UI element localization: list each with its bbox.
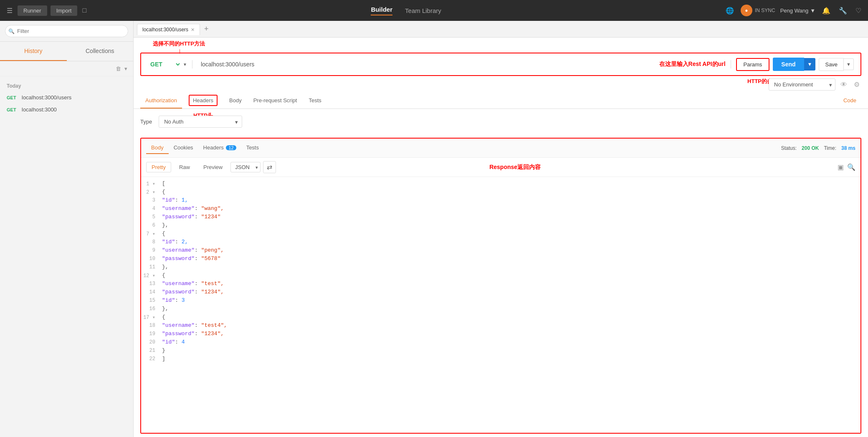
time-value: 38 ms	[841, 145, 855, 151]
method-badge-get: GET	[7, 107, 18, 112]
code-line: 16 },	[141, 306, 860, 314]
builder-nav-item[interactable]: Builder	[371, 6, 392, 15]
favorite-icon[interactable]: ♡	[854, 5, 863, 16]
tab-pre-request[interactable]: Pre-request Script	[248, 93, 302, 109]
import-button[interactable]: Import	[51, 5, 78, 16]
resp-tab-tests[interactable]: Tests	[241, 142, 264, 154]
response-area: Body Cookies Headers 12 Tests Status: 20…	[140, 138, 861, 434]
code-line: 7 ▾ {	[141, 230, 860, 239]
code-line: 8 "id": 2,	[141, 239, 860, 247]
method-badge-get: GET	[7, 95, 18, 100]
send-dropdown-button[interactable]: ▼	[804, 58, 816, 71]
code-line: 15 "id": 3	[141, 297, 860, 306]
format-raw-button[interactable]: Raw	[174, 162, 195, 172]
save-button-wrapper: Save ▼	[819, 58, 854, 71]
code-line: 21 }	[141, 347, 860, 356]
tab-headers[interactable]: Headers HTTP头	[184, 93, 223, 109]
tab-label: localhost:3000/users	[142, 27, 188, 33]
method-arrow-icon: ▼	[183, 62, 187, 67]
resp-tab-body[interactable]: Body	[146, 142, 169, 154]
sidebar: 🔍 History Collections 🗑 ▾ Today GET loca…	[0, 21, 134, 437]
code-line: 12 ▾ {	[141, 272, 860, 280]
code-line: 11 },	[141, 264, 860, 272]
sync-icon: ●	[741, 5, 752, 16]
sidebar-toggle-button[interactable]: ☰	[5, 5, 14, 16]
save-button[interactable]: Save	[819, 58, 844, 71]
history-url-2: localhost:3000	[22, 106, 57, 113]
code-line: 18 "username": "test4",	[141, 322, 860, 331]
format-preview-button[interactable]: Preview	[198, 162, 228, 172]
user-name-label: Peng Wang	[780, 8, 808, 14]
environment-select[interactable]: No Environment	[769, 78, 835, 91]
auth-type-label: Type	[140, 119, 152, 125]
response-header: Body Cookies Headers 12 Tests Status: 20…	[141, 139, 860, 158]
tab-authorization[interactable]: Authorization	[140, 93, 182, 109]
url-input[interactable]	[197, 59, 656, 69]
sync-badge: ● IN SYNC	[741, 5, 775, 16]
notification-bell-icon[interactable]: 🔔	[820, 5, 832, 16]
auth-type-wrapper: No Auth Bearer Token Basic Auth OAuth 1.…	[159, 116, 242, 128]
divider2	[731, 60, 731, 68]
format-pretty-button[interactable]: Pretty	[146, 162, 171, 172]
sidebar-tabs: History Collections	[0, 42, 133, 61]
user-menu-chevron: ▼	[810, 8, 815, 14]
request-tabs: Authorization Headers HTTP头 Body Pre-req…	[134, 93, 868, 109]
tab-code[interactable]: Code	[838, 93, 861, 109]
params-button[interactable]: Params	[736, 58, 770, 71]
navbar: ☰ Runner Import □ Builder Team Library 🌐…	[0, 0, 868, 21]
search-response-icon[interactable]: 🔍	[847, 163, 855, 171]
code-line: 17 ▾ {	[141, 314, 860, 322]
code-line: 4 "username": "wang",	[141, 205, 860, 214]
tab-close-icon[interactable]: ✕	[191, 27, 195, 33]
team-library-nav-item[interactable]: Team Library	[405, 7, 441, 14]
code-line: 5 "password": "1234"	[141, 214, 860, 222]
http-method-select[interactable]: GET POST PUT DELETE PATCH	[148, 59, 181, 70]
annotation-arrow-down: ↓	[178, 47, 182, 56]
resp-tab-cookies[interactable]: Cookies	[169, 142, 198, 154]
copy-icon[interactable]: ▣	[838, 163, 844, 171]
headers-count-badge: 12	[226, 145, 236, 150]
divider	[192, 60, 192, 68]
send-button[interactable]: Send	[773, 58, 804, 71]
auth-type-select[interactable]: No Auth Bearer Token Basic Auth OAuth 1.…	[159, 116, 242, 128]
new-tab-button[interactable]: □	[81, 5, 88, 16]
navbar-left: ☰ Runner Import □	[5, 5, 88, 16]
user-menu-button[interactable]: Peng Wang ▼	[780, 8, 815, 14]
wrap-lines-button[interactable]: ⇄	[263, 161, 276, 173]
sort-icon[interactable]: ▾	[123, 64, 129, 73]
code-line: 14 "password": "1234",	[141, 289, 860, 297]
code-line: 10 "password": "5678"	[141, 255, 860, 264]
json-format-select[interactable]: JSON XML HTML Text	[230, 162, 261, 172]
code-line: 3 "id": 1,	[141, 197, 860, 205]
tab-history[interactable]: History	[0, 42, 67, 61]
request-tab-active[interactable]: localhost:3000/users ✕	[137, 24, 200, 35]
navbar-center: Builder Team Library	[91, 6, 721, 15]
tab-collections[interactable]: Collections	[67, 42, 134, 61]
tabs-bar: localhost:3000/users ✕ +	[134, 21, 868, 38]
trash-icon[interactable]: 🗑	[114, 64, 123, 73]
history-url-1: localhost:3000/users	[22, 94, 71, 101]
annotation-url-label: 在这里输入Rest API的url	[659, 61, 726, 68]
tab-tests[interactable]: Tests	[304, 93, 326, 109]
tools-icon[interactable]: 🔧	[837, 5, 849, 16]
eye-icon[interactable]: 👁	[839, 79, 849, 90]
settings-icon[interactable]: ⚙	[852, 79, 861, 90]
code-area: 1 ▾[2 ▾ {3 "id": 1,4 "username": "wang",…	[141, 177, 860, 433]
globe-icon[interactable]: 🌐	[724, 5, 736, 16]
content-area: localhost:3000/users ✕ + 选择不同的HTTP方法 ↓ G…	[134, 21, 868, 437]
list-item[interactable]: GET localhost:3000/users	[0, 91, 133, 104]
list-item[interactable]: GET localhost:3000	[0, 104, 133, 116]
code-line: 6 },	[141, 222, 860, 230]
tab-body[interactable]: Body	[224, 93, 247, 109]
time-label: Time:	[824, 145, 836, 151]
add-tab-button[interactable]: +	[201, 24, 212, 34]
filter-input[interactable]	[5, 25, 128, 37]
code-line: 2 ▾ {	[141, 189, 860, 197]
response-actions: ▣ 🔍	[838, 163, 855, 171]
runner-button[interactable]: Runner	[18, 5, 47, 16]
save-dropdown-button[interactable]: ▼	[844, 58, 854, 70]
sidebar-search-area: 🔍	[0, 21, 133, 42]
resp-tab-headers[interactable]: Headers 12	[198, 142, 241, 154]
status-label: Status:	[781, 145, 797, 151]
navbar-right: 🌐 ● IN SYNC Peng Wang ▼ 🔔 🔧 ♡	[724, 5, 863, 16]
